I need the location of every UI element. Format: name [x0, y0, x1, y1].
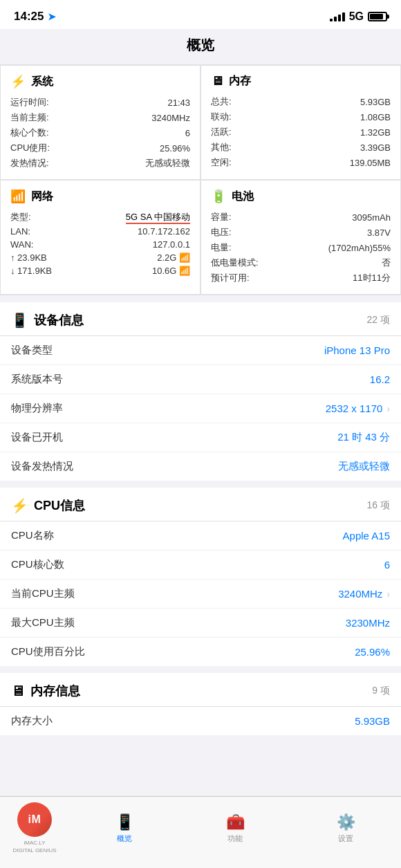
status-time: 14:25 — [14, 10, 44, 24]
memory-info-count: 9 项 — [372, 685, 390, 697]
os-version-value: 16.2 — [370, 373, 390, 385]
memory-row-0: 总共: 5.93GB — [211, 94, 391, 109]
battery-row-0: 容量: 3095mAh — [211, 210, 391, 225]
status-left: 14:25 ➤ — [14, 10, 56, 24]
tab-function[interactable]: 🧰 功能 — [226, 813, 245, 844]
memory-info-section: 🖥 内存信息 9 项 内存大小 5.93GB — [0, 673, 401, 735]
device-info-section: 📱 设备信息 22 项 设备类型 iPhone 13 Pro 系统版本号 16.… — [0, 302, 401, 481]
memory-size-value: 5.93GB — [355, 715, 390, 727]
page-title: 概览 — [187, 37, 214, 53]
system-row-0: 运行时间: 21:43 — [10, 95, 190, 110]
cpu-freq-row[interactable]: 当前CPU主频 3240MHz › — [0, 580, 401, 609]
network-row-upload: ↑ 23.9KB 2.2G 📶 — [10, 251, 190, 264]
uptime-label: 设备已开机 — [11, 431, 63, 444]
cpu-max-freq-row[interactable]: 最大CPU主频 3230MHz — [0, 609, 401, 638]
function-icon: 🧰 — [226, 813, 245, 831]
memory-row-3: 其他: 3.39GB — [211, 140, 391, 155]
memory-info-title: 🖥 内存信息 — [11, 683, 80, 699]
cpu-info-count: 16 项 — [367, 499, 390, 512]
resolution-value: 2532 x 1170 › — [326, 403, 390, 414]
memory-icon: 🖥 — [211, 74, 223, 89]
os-version-label: 系统版本号 — [11, 373, 63, 386]
network-type-value: 5G SA 中国移动 — [126, 211, 190, 223]
signal-bars — [330, 12, 345, 21]
device-info-count: 22 项 — [367, 314, 390, 326]
memory-row-2: 活跃: 1.32GB — [211, 124, 391, 140]
network-icon: 📶 — [10, 189, 26, 204]
battery-row-3: 低电量模式: 否 — [211, 255, 391, 270]
device-heat-row[interactable]: 设备发热情况 无感或轻微 — [0, 452, 401, 481]
system-title: ⚡ 系统 — [10, 74, 190, 89]
device-info-icon: 📱 — [11, 312, 28, 329]
status-right: 5G — [330, 10, 387, 23]
cpu-info-title: ⚡ CPU信息 — [11, 497, 85, 514]
cpu-name-row[interactable]: CPU名称 Apple A15 — [0, 521, 401, 551]
memory-row-4: 空闲: 139.05MB — [211, 155, 391, 170]
chevron-icon: › — [386, 403, 390, 414]
settings-icon: ⚙️ — [337, 813, 355, 831]
system-row-2: 核心个数: 6 — [10, 125, 190, 140]
battery-indicator — [368, 12, 387, 21]
page-title-bar: 概览 — [0, 29, 401, 65]
battery-row-4: 预计可用: 11时11分 — [211, 270, 391, 286]
device-heat-value: 无感或轻微 — [338, 460, 390, 473]
device-type-value: iPhone 13 Pro — [324, 344, 390, 356]
cpu-icon: ⚡ — [11, 497, 28, 514]
cpu-freq-value: 3240MHz › — [338, 588, 390, 600]
function-label: 功能 — [227, 833, 243, 844]
uptime-value: 21 时 43 分 — [337, 431, 390, 444]
memory-info-header: 🖥 内存信息 9 项 — [0, 673, 401, 707]
memory-panel: 🖥 内存 总共: 5.93GB 联动: 1.08GB 活跃: 1.32GB 其他… — [200, 65, 401, 180]
main-content: ⚡ 系统 运行时间: 21:43 当前主频: 3240MHz 核心个数: 6 C… — [0, 65, 401, 791]
cpu-cores-row[interactable]: CPU核心数 6 — [0, 551, 401, 580]
cpu-info-section: ⚡ CPU信息 16 项 CPU名称 Apple A15 CPU核心数 6 当前… — [0, 488, 401, 666]
device-info-header: 📱 设备信息 22 项 — [0, 302, 401, 336]
location-icon: ➤ — [48, 11, 56, 22]
network-row-lan: LAN: 10.7.172.162 — [10, 225, 190, 238]
memory-info-icon: 🖥 — [11, 683, 25, 699]
cpu-usage-row[interactable]: CPU使用百分比 25.96% — [0, 638, 401, 666]
network-panel: 📶 网络 类型: 5G SA 中国移动 LAN: 10.7.172.162 WA… — [0, 180, 200, 295]
resolution-label: 物理分辨率 — [11, 402, 63, 415]
tab-settings[interactable]: ⚙️ 设置 — [337, 813, 355, 844]
cpu-name-value: Apple A15 — [343, 530, 390, 542]
battery-title: 🔋 电池 — [211, 189, 391, 204]
top-grid: ⚡ 系统 运行时间: 21:43 当前主频: 3240MHz 核心个数: 6 C… — [0, 65, 401, 295]
network-row-wan: WAN: 127.0.0.1 — [10, 238, 190, 251]
tab-bar: iM iMAC.LYDIGITAL GENIUS 📱 概览 🧰 功能 ⚙️ 设置 — [0, 796, 401, 868]
network-row-download: ↓ 171.9KB 10.6G 📶 — [10, 264, 190, 277]
resolution-row[interactable]: 物理分辨率 2532 x 1170 › — [0, 394, 401, 423]
uptime-row[interactable]: 设备已开机 21 时 43 分 — [0, 423, 401, 452]
cpu-cores-value: 6 — [384, 559, 390, 571]
system-panel: ⚡ 系统 运行时间: 21:43 当前主频: 3240MHz 核心个数: 6 C… — [0, 65, 200, 180]
cpu-info-header: ⚡ CPU信息 16 项 — [0, 488, 401, 521]
cpu-usage-label: CPU使用百分比 — [11, 645, 85, 658]
battery-icon: 🔋 — [211, 189, 226, 204]
overview-icon: 📱 — [115, 813, 134, 831]
device-type-label: 设备类型 — [11, 344, 53, 357]
system-row-4: 发热情况: 无感或轻微 — [10, 156, 190, 171]
network-type: 5G — [349, 10, 364, 23]
device-type-row[interactable]: 设备类型 iPhone 13 Pro — [0, 336, 401, 365]
settings-label: 设置 — [338, 833, 353, 844]
cpu-max-freq-value: 3230MHz — [346, 617, 390, 629]
cpu-cores-label: CPU核心数 — [11, 558, 64, 571]
tab-nav-items: 📱 概览 🧰 功能 ⚙️ 设置 — [69, 813, 401, 844]
battery-panel: 🔋 电池 容量: 3095mAh 电压: 3.87V 电量: (1702mAh)… — [200, 180, 401, 295]
battery-row-2: 电量: (1702mAh)55% — [211, 240, 391, 255]
os-version-row[interactable]: 系统版本号 16.2 — [0, 365, 401, 394]
system-row-3: CPU使用: 25.96% — [10, 140, 190, 156]
system-row-1: 当前主频: 3240MHz — [10, 110, 190, 125]
chevron-icon: › — [386, 589, 390, 600]
cpu-usage-value: 25.96% — [355, 646, 390, 658]
memory-size-row[interactable]: 内存大小 5.93GB — [0, 707, 401, 735]
status-bar: 14:25 ➤ 5G — [0, 0, 401, 29]
memory-title: 🖥 内存 — [211, 74, 391, 89]
tab-overview[interactable]: 📱 概览 — [115, 813, 134, 844]
network-row-type: 类型: 5G SA 中国移动 — [10, 210, 190, 225]
cpu-freq-label: 当前CPU主频 — [11, 587, 75, 600]
logo-subtitle: iMAC.LYDIGITAL GENIUS — [12, 840, 56, 854]
device-heat-label: 设备发热情况 — [11, 460, 73, 473]
overview-label: 概览 — [117, 833, 132, 844]
memory-row-1: 联动: 1.08GB — [211, 109, 391, 124]
